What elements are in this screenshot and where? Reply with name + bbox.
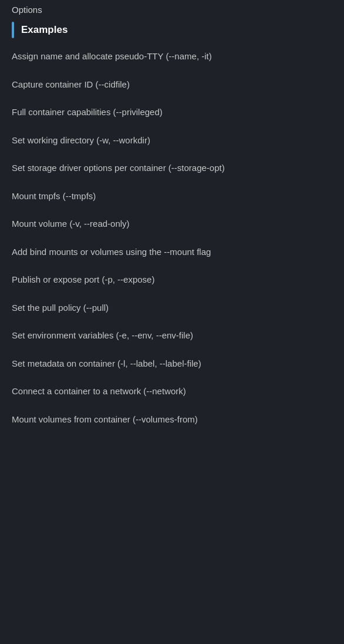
- section-border-accent: [12, 22, 14, 38]
- examples-section: Examples: [0, 17, 344, 43]
- list-item[interactable]: Add bind mounts or volumes using the --m…: [12, 239, 332, 267]
- list-item[interactable]: Mount volume (-v, --read-only): [12, 210, 332, 239]
- list-item[interactable]: Capture container ID (--cidfile): [12, 71, 332, 99]
- list-item[interactable]: Assign name and allocate pseudo-TTY (--n…: [12, 43, 332, 71]
- list-item[interactable]: Set working directory (-w, --workdir): [12, 127, 332, 155]
- list-item[interactable]: Connect a container to a network (--netw…: [12, 378, 332, 406]
- examples-list: Assign name and allocate pseudo-TTY (--n…: [0, 43, 344, 434]
- list-item[interactable]: Set storage driver options per container…: [12, 155, 332, 183]
- list-item[interactable]: Set the pull policy (--pull): [12, 294, 332, 323]
- list-item[interactable]: Set metadata on container (-l, --label, …: [12, 350, 332, 378]
- examples-heading: Examples: [21, 22, 68, 38]
- list-item[interactable]: Set environment variables (-e, --env, --…: [12, 322, 332, 350]
- header-title: Options: [12, 5, 42, 15]
- list-item[interactable]: Publish or expose port (-p, --expose): [12, 266, 332, 294]
- main-container: Options Examples Assign name and allocat…: [0, 0, 344, 434]
- list-item[interactable]: Full container capabilities (--privilege…: [12, 99, 332, 127]
- list-item[interactable]: Mount tmpfs (--tmpfs): [12, 183, 332, 211]
- header-section: Options: [0, 0, 344, 17]
- list-item[interactable]: Mount volumes from container (--volumes-…: [12, 406, 332, 434]
